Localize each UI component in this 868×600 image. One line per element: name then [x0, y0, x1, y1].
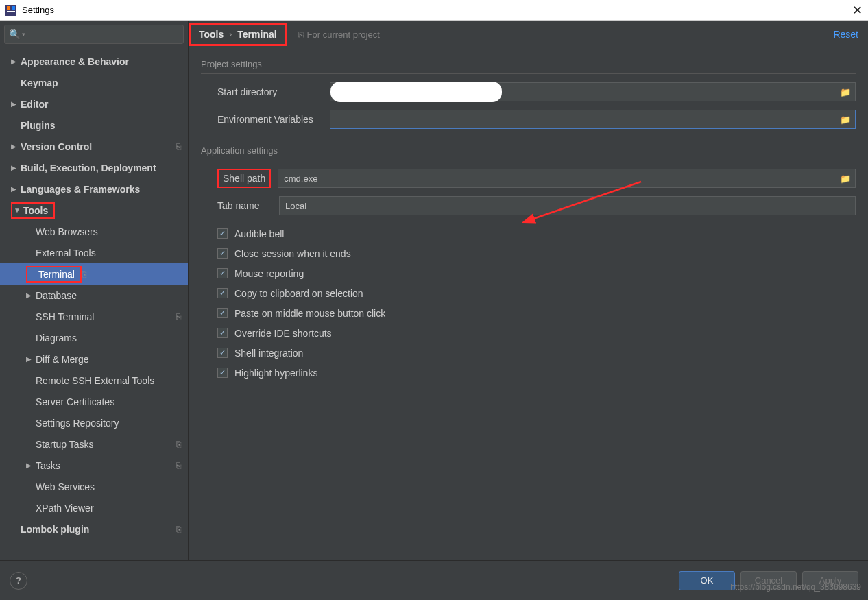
label-tab-name: Tab name: [217, 200, 272, 211]
sidebar-item-terminal[interactable]: Terminal⎘: [0, 263, 188, 285]
tree-item-label: Keymap: [21, 77, 181, 88]
sidebar-item-editor[interactable]: ▶Editor: [0, 93, 188, 115]
label-env-variables: Environment Variables: [217, 114, 330, 125]
sidebar-item-server-certificates[interactable]: Server Certificates: [0, 391, 188, 412]
tree-item-label: Terminal: [38, 269, 75, 280]
sidebar-item-tasks[interactable]: ▶Tasks⎘: [0, 455, 188, 476]
copy-icon: ⎘: [176, 142, 181, 152]
sidebar-item-version-control[interactable]: ▶Version Control⎘: [0, 136, 188, 157]
watermark: https://blog.csdn.net/qq_383698639: [730, 582, 861, 592]
folder-icon[interactable]: 📁: [840, 115, 851, 125]
label-shell-path: Shell path: [217, 169, 271, 188]
check-row-copy-to-clipboard-on-selection: ✓Copy to clipboard on selection: [217, 283, 856, 303]
tab-name-input[interactable]: Local: [279, 196, 856, 215]
copy-icon: ⎘: [176, 525, 181, 534]
checkbox[interactable]: ✓: [217, 288, 228, 298]
copy-icon: ⎘: [176, 461, 181, 470]
app-logo-icon: [5, 5, 16, 16]
check-row-close-session-when-it-ends: ✓Close session when it ends: [217, 243, 856, 263]
sidebar-item-remote-ssh-external-tools[interactable]: Remote SSH External Tools: [0, 370, 188, 391]
check-row-highlight-hyperlinks: ✓Highlight hyperlinks: [217, 363, 856, 383]
close-icon[interactable]: ✕: [852, 3, 863, 18]
check-row-shell-integration: ✓Shell integration: [217, 343, 856, 363]
tree-item-label: Diff & Merge: [36, 354, 181, 365]
breadcrumb-terminal: Terminal: [237, 29, 276, 40]
checkbox[interactable]: ✓: [217, 268, 228, 278]
sidebar-item-startup-tasks[interactable]: Startup Tasks⎘: [0, 433, 188, 455]
sidebar-item-database[interactable]: ▶Database: [0, 285, 188, 306]
checkbox-label: Close session when it ends: [234, 248, 351, 259]
tree-arrow-icon: ▶: [26, 461, 36, 469]
sidebar-item-keymap[interactable]: Keymap: [0, 72, 188, 93]
tree-item-label: Remote SSH External Tools: [36, 375, 181, 386]
tree-item-label: Diagrams: [36, 333, 181, 344]
tree-item-label: Build, Execution, Deployment: [21, 163, 181, 173]
breadcrumb-tools[interactable]: Tools: [199, 29, 224, 40]
row-tab-name: Tab name Local: [201, 196, 856, 215]
sidebar-item-diagrams[interactable]: Diagrams: [0, 327, 188, 348]
label-start-directory: Start directory: [217, 86, 330, 97]
copy-icon: ⎘: [176, 312, 181, 322]
shell-path-input[interactable]: cmd.exe 📁: [278, 169, 856, 188]
settings-tree: ▶Appearance & BehaviorKeymap▶EditorPlugi…: [0, 48, 188, 560]
svg-rect-3: [7, 11, 15, 12]
checkbox-label: Mouse reporting: [234, 268, 304, 279]
section-project: Project settings: [201, 55, 856, 74]
sidebar-item-build-execution-deployment[interactable]: ▶Build, Execution, Deployment: [0, 157, 188, 178]
tree-item-label: Web Browsers: [36, 226, 181, 237]
tree-item-label: SSH Terminal: [36, 311, 176, 322]
tab-name-value: Local: [285, 201, 306, 211]
sidebar-item-plugins[interactable]: Plugins: [0, 115, 188, 136]
tree-arrow-icon: ▶: [26, 291, 36, 299]
start-directory-input[interactable]: 📁: [330, 82, 856, 101]
checkbox-label: Copy to clipboard on selection: [234, 288, 363, 299]
copy-icon: ⎘: [176, 440, 181, 449]
checkbox[interactable]: ✓: [217, 328, 228, 338]
checkbox[interactable]: ✓: [217, 308, 228, 318]
ok-button[interactable]: OK: [679, 571, 735, 590]
sidebar-item-xpath-viewer[interactable]: XPath Viewer: [0, 497, 188, 518]
checkbox-label: Audible bell: [234, 228, 284, 239]
checkbox-label: Shell integration: [234, 348, 303, 359]
sidebar-item-ssh-terminal[interactable]: SSH Terminal⎘: [0, 306, 188, 327]
check-row-mouse-reporting: ✓Mouse reporting: [217, 263, 856, 283]
env-variables-input[interactable]: 📁: [330, 110, 856, 129]
tree-item-label: Editor: [21, 99, 181, 110]
sidebar: 🔍▾ ▶Appearance & BehaviorKeymap▶EditorPl…: [0, 21, 189, 560]
tree-arrow-icon: ▼: [14, 206, 23, 214]
reset-link[interactable]: Reset: [833, 29, 858, 40]
breadcrumb: Tools › Terminal: [189, 23, 287, 46]
sidebar-item-settings-repository[interactable]: Settings Repository: [0, 412, 188, 433]
checkbox[interactable]: ✓: [217, 248, 228, 259]
tree-item-label: XPath Viewer: [36, 503, 181, 514]
sidebar-item-diff-merge[interactable]: ▶Diff & Merge: [0, 348, 188, 370]
content-pane: Tools › Terminal ⎘ For current project R…: [189, 21, 868, 560]
help-button[interactable]: ?: [10, 572, 27, 590]
check-row-override-ide-shortcuts: ✓Override IDE shortcuts: [217, 323, 856, 343]
titlebar: Settings ✕: [0, 0, 868, 21]
checkbox[interactable]: ✓: [217, 348, 228, 358]
sidebar-item-web-services[interactable]: Web Services: [0, 476, 188, 497]
folder-icon[interactable]: 📁: [840, 87, 851, 97]
sidebar-item-appearance-behavior[interactable]: ▶Appearance & Behavior: [0, 51, 188, 72]
checkbox-label: Paste on middle mouse button click: [234, 308, 385, 319]
folder-icon[interactable]: 📁: [840, 173, 851, 184]
tree-item-label: Version Control: [21, 141, 176, 152]
tree-item-label: External Tools: [36, 248, 181, 259]
sidebar-item-lombok-plugin[interactable]: Lombok plugin⎘: [0, 518, 188, 540]
sidebar-item-web-browsers[interactable]: Web Browsers: [0, 221, 188, 242]
checkbox[interactable]: ✓: [217, 228, 228, 239]
row-start-directory: Start directory 📁: [201, 82, 856, 101]
svg-rect-1: [7, 6, 10, 10]
window-title: Settings: [22, 5, 54, 15]
sidebar-item-external-tools[interactable]: External Tools: [0, 242, 188, 263]
tree-arrow-icon: ▶: [26, 355, 36, 363]
search-input[interactable]: 🔍▾: [4, 25, 184, 44]
svg-rect-2: [12, 6, 15, 10]
checkbox[interactable]: ✓: [217, 368, 228, 378]
tree-item-label: Appearance & Behavior: [21, 56, 181, 67]
sidebar-item-tools[interactable]: ▼Tools: [0, 200, 188, 221]
copy-icon: ⎘: [82, 269, 86, 279]
checkbox-list: ✓Audible bell✓Close session when it ends…: [201, 224, 856, 383]
sidebar-item-languages-frameworks[interactable]: ▶Languages & Frameworks: [0, 178, 188, 200]
